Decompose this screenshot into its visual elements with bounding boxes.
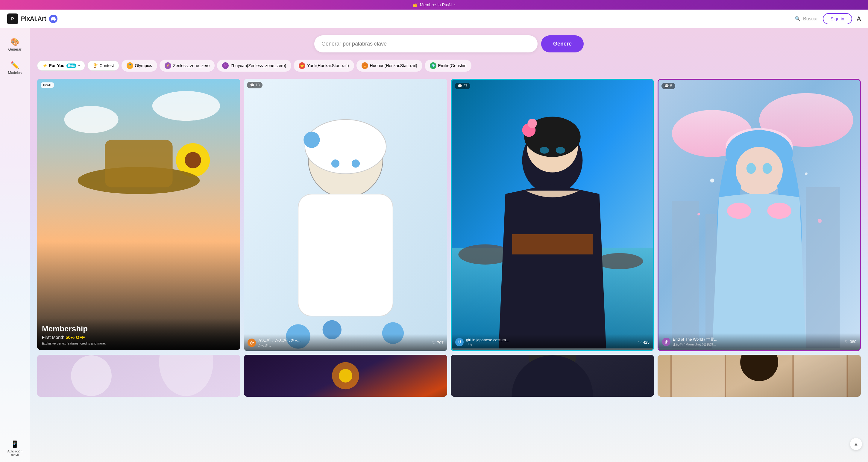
card4-text: End of The World / 世界... まめ茶 / Mamecha@会… bbox=[673, 337, 717, 347]
discord-icon[interactable] bbox=[49, 15, 58, 23]
membership-desc: Exclusive perks, features, credits and m… bbox=[42, 342, 236, 345]
tab-yunli[interactable]: ⭐ Yunli(Honkai:Star_rail) bbox=[293, 60, 354, 71]
card4-info: ま End of The World / 世界... まめ茶 / Mamecha… bbox=[662, 337, 856, 347]
yunli-label: Yunli(Honkai:Star_rail) bbox=[307, 63, 349, 68]
svg-point-4 bbox=[185, 152, 201, 168]
card3-overlay: り girl in japanese costum... りら ♡ 425 bbox=[452, 334, 653, 350]
image-card-japanese[interactable]: 💬 27 り girl in japanese costum... りら bbox=[451, 79, 654, 351]
svg-point-41 bbox=[727, 203, 751, 219]
membership-card[interactable]: PixAI Membership First Month 50% OFF Exc… bbox=[37, 79, 240, 350]
search-label: Buscar bbox=[803, 16, 818, 22]
filter-tabs: ⚡ For You Beta ▾ 🏆 Contest 🏅 Olympics ⚡ … bbox=[37, 60, 861, 73]
top-banner[interactable]: 👑 Membresía PixAI › bbox=[0, 0, 868, 9]
partial-card-3[interactable] bbox=[451, 355, 654, 397]
logo-letter: P bbox=[11, 17, 14, 21]
sidebar: 🎨 Generar ✏️ Modelos 📱 Aplicaciónmóvil bbox=[0, 28, 30, 462]
svg-point-44 bbox=[805, 173, 808, 175]
search-area[interactable]: 🔍 Buscar bbox=[795, 16, 818, 22]
svg-point-20 bbox=[596, 253, 643, 269]
svg-rect-32 bbox=[806, 187, 840, 348]
author-avatar-4: ま bbox=[662, 338, 671, 346]
svg-point-38 bbox=[736, 147, 783, 194]
header-right: 🔍 Buscar Sign in A bbox=[795, 13, 861, 24]
card2-title: かんざし かんざしさん... bbox=[258, 338, 301, 343]
emilie-label: Emilie(Genshin bbox=[438, 63, 467, 68]
main-content: Genere ⚡ For You Beta ▾ 🏆 Contest 🏅 Olym… bbox=[30, 28, 868, 462]
crown-icon: 👑 bbox=[412, 2, 417, 7]
tab-huohuo[interactable]: 🔥 Huohuo(Honkai:Star_rail) bbox=[356, 60, 422, 71]
sign-in-button[interactable]: Sign in bbox=[823, 13, 852, 24]
translate-icon[interactable]: A bbox=[857, 15, 861, 22]
olympics-avatar: 🏅 bbox=[127, 62, 133, 69]
tab-emilie[interactable]: 💎 Emilie(Genshin bbox=[425, 60, 472, 71]
tab-contest[interactable]: 🏆 Contest bbox=[87, 60, 119, 71]
membership-overlay: Membership First Month 50% OFF Exclusive… bbox=[37, 318, 240, 350]
svg-point-48 bbox=[71, 355, 112, 396]
card3-info: り girl in japanese costum... りら ♡ 425 bbox=[455, 338, 650, 347]
svg-point-43 bbox=[710, 179, 714, 182]
tab-zhuyuan[interactable]: 💜 Zhuyuan(Zenless_zone_zero) bbox=[217, 60, 291, 71]
search-icon: 🔍 bbox=[795, 16, 801, 22]
svg-rect-59 bbox=[671, 355, 725, 397]
membership-bg bbox=[37, 79, 240, 350]
svg-point-45 bbox=[698, 213, 700, 215]
card4-author: ま End of The World / 世界... まめ茶 / Mamecha… bbox=[662, 337, 717, 347]
sidebar-item-generate[interactable]: 🎨 Generar bbox=[3, 34, 27, 55]
image-grid: PixAI Membership First Month 50% OFF Exc… bbox=[37, 79, 861, 351]
pixai-badge: PixAI bbox=[41, 82, 54, 88]
emilie-avatar: 💎 bbox=[430, 62, 436, 69]
main-layout: 🎨 Generar ✏️ Modelos 📱 Aplicaciónmóvil G… bbox=[0, 28, 868, 462]
partial-card-4[interactable] bbox=[658, 355, 861, 397]
svg-point-42 bbox=[767, 203, 792, 219]
zhuyuan-label: Zhuyuan(Zenless_zone_zero) bbox=[230, 63, 286, 68]
banner-text: Membresía PixAI bbox=[420, 2, 452, 7]
svg-point-10 bbox=[304, 132, 320, 148]
sidebar-item-models[interactable]: ✏️ Modelos bbox=[3, 58, 27, 79]
app-name[interactable]: PixAI.Art bbox=[21, 15, 46, 22]
keyword-search-input[interactable] bbox=[314, 35, 537, 52]
author-avatar-3: り bbox=[455, 338, 464, 346]
svg-point-39 bbox=[746, 163, 756, 174]
card2-author: か かんざし かんざしさん... かんざし bbox=[248, 338, 301, 348]
tab-for-you[interactable]: ⚡ For You Beta ▾ bbox=[37, 60, 85, 71]
card3-likes: ♡ 425 bbox=[638, 340, 650, 345]
svg-point-46 bbox=[818, 219, 822, 223]
partial-card-1[interactable] bbox=[37, 355, 240, 397]
svg-rect-6 bbox=[105, 140, 173, 187]
sidebar-item-mobile-app[interactable]: 📱 Aplicaciónmóvil bbox=[3, 437, 27, 460]
svg-point-25 bbox=[527, 119, 537, 128]
tab-zenless[interactable]: ⚡ Zenless_zone_zero bbox=[159, 60, 215, 71]
svg-rect-11 bbox=[298, 194, 393, 316]
image-card-kanzashi[interactable]: 💬 13 か かんざし かんざしさん... かんざし bbox=[244, 79, 447, 351]
svg-point-9 bbox=[305, 119, 386, 174]
card4-username: まめ茶 / Mamecha@会員無... bbox=[673, 342, 717, 347]
svg-point-15 bbox=[331, 160, 339, 168]
scroll-up-button[interactable]: ▲ bbox=[850, 438, 862, 450]
card2-username: かんざし bbox=[258, 343, 301, 348]
image-card-world[interactable]: 💬 5 ま End of The World / 世界... まめ茶 / Mam… bbox=[658, 79, 861, 351]
generate-button[interactable]: Genere bbox=[541, 35, 584, 52]
for-you-label: For You bbox=[49, 63, 65, 68]
zenless-label: Zenless_zone_zero bbox=[173, 63, 210, 68]
palette-icon: 🎨 bbox=[10, 38, 20, 46]
card3-username: りら bbox=[466, 342, 509, 347]
chevron-down-icon: ▾ bbox=[78, 63, 80, 68]
card3-title: girl in japanese costum... bbox=[466, 338, 509, 342]
zenless-avatar: ⚡ bbox=[165, 62, 171, 69]
header: P PixAI.Art 🔍 Buscar Sign in A bbox=[0, 9, 868, 28]
sidebar-bottom: 📱 Aplicaciónmóvil bbox=[3, 437, 27, 460]
huohuo-label: Huohuo(Honkai:Star_rail) bbox=[370, 63, 417, 68]
for-you-icon: ⚡ bbox=[42, 63, 47, 68]
card3-author: り girl in japanese costum... りら bbox=[455, 338, 509, 347]
contest-label: Contest bbox=[99, 63, 114, 68]
partial-card-2[interactable] bbox=[244, 355, 447, 397]
card2-text: かんざし かんざしさん... かんざし bbox=[258, 338, 301, 348]
card4-likes: ♡ 380 bbox=[845, 340, 856, 344]
logo-box[interactable]: P bbox=[7, 13, 18, 24]
svg-point-27 bbox=[556, 147, 565, 153]
beta-badge: Beta bbox=[66, 63, 76, 68]
svg-rect-28 bbox=[512, 234, 593, 254]
olympics-label: Olympics bbox=[135, 63, 152, 68]
svg-rect-30 bbox=[672, 201, 699, 349]
tab-olympics[interactable]: 🏅 Olympics bbox=[122, 60, 157, 71]
